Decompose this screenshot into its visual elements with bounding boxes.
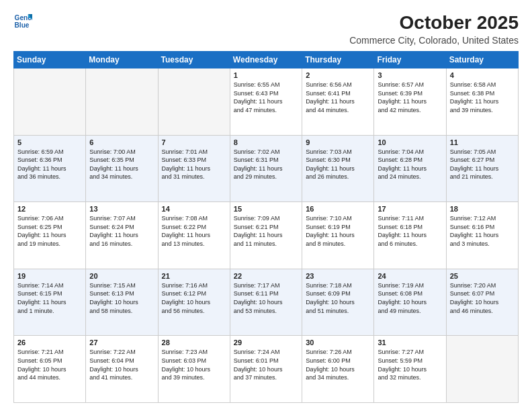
table-row — [86, 68, 158, 136]
day-info: Sunrise: 7:07 AM Sunset: 6:24 PM Dayligh… — [89, 214, 154, 248]
table-row: 6Sunrise: 7:00 AM Sunset: 6:35 PM Daylig… — [86, 135, 158, 202]
day-info: Sunrise: 7:03 AM Sunset: 6:30 PM Dayligh… — [306, 148, 370, 181]
day-info: Sunrise: 7:23 AM Sunset: 6:03 PM Dayligh… — [162, 348, 226, 381]
day-number: 28 — [162, 338, 226, 347]
calendar-header-row: Sunday Monday Tuesday Wednesday Thursday… — [14, 52, 519, 68]
day-number: 29 — [234, 338, 298, 347]
day-info: Sunrise: 7:18 AM Sunset: 6:09 PM Dayligh… — [306, 281, 370, 315]
day-info: Sunrise: 7:09 AM Sunset: 6:21 PM Dayligh… — [234, 214, 298, 248]
day-info: Sunrise: 7:22 AM Sunset: 6:04 PM Dayligh… — [89, 348, 154, 381]
day-number: 16 — [306, 205, 370, 213]
day-number: 17 — [378, 205, 442, 213]
day-info: Sunrise: 7:11 AM Sunset: 6:18 PM Dayligh… — [378, 214, 442, 248]
table-row: 25Sunrise: 7:20 AM Sunset: 6:07 PM Dayli… — [446, 269, 518, 336]
calendar-week-row: 12Sunrise: 7:06 AM Sunset: 6:25 PM Dayli… — [14, 202, 519, 269]
col-thursday: Thursday — [302, 52, 374, 68]
table-row: 19Sunrise: 7:14 AM Sunset: 6:15 PM Dayli… — [14, 269, 86, 336]
day-number: 10 — [378, 138, 442, 146]
day-number: 8 — [234, 138, 298, 146]
day-info: Sunrise: 7:02 AM Sunset: 6:31 PM Dayligh… — [234, 148, 298, 181]
day-info: Sunrise: 7:17 AM Sunset: 6:11 PM Dayligh… — [234, 281, 298, 315]
table-row: 21Sunrise: 7:16 AM Sunset: 6:12 PM Dayli… — [158, 269, 230, 336]
day-info: Sunrise: 7:21 AM Sunset: 6:05 PM Dayligh… — [17, 348, 82, 381]
table-row: 29Sunrise: 7:24 AM Sunset: 6:01 PM Dayli… — [230, 336, 302, 403]
day-info: Sunrise: 7:01 AM Sunset: 6:33 PM Dayligh… — [162, 148, 226, 181]
day-number: 13 — [89, 205, 154, 213]
day-info: Sunrise: 7:08 AM Sunset: 6:22 PM Dayligh… — [162, 214, 226, 248]
day-number: 26 — [17, 338, 82, 347]
table-row: 5Sunrise: 6:59 AM Sunset: 6:36 PM Daylig… — [14, 135, 86, 202]
day-number: 1 — [234, 71, 298, 79]
day-number: 4 — [450, 71, 515, 79]
table-row: 7Sunrise: 7:01 AM Sunset: 6:33 PM Daylig… — [158, 135, 230, 202]
table-row: 13Sunrise: 7:07 AM Sunset: 6:24 PM Dayli… — [86, 202, 158, 269]
day-number: 12 — [17, 205, 82, 213]
day-info: Sunrise: 6:59 AM Sunset: 6:36 PM Dayligh… — [17, 148, 82, 181]
table-row: 17Sunrise: 7:11 AM Sunset: 6:18 PM Dayli… — [374, 202, 446, 269]
table-row: 10Sunrise: 7:04 AM Sunset: 6:28 PM Dayli… — [374, 135, 446, 202]
day-number: 14 — [162, 205, 226, 213]
day-info: Sunrise: 7:00 AM Sunset: 6:35 PM Dayligh… — [89, 148, 154, 181]
day-number: 20 — [89, 272, 154, 280]
day-info: Sunrise: 7:27 AM Sunset: 5:59 PM Dayligh… — [378, 348, 442, 381]
day-number: 7 — [162, 138, 226, 146]
table-row: 24Sunrise: 7:19 AM Sunset: 6:08 PM Dayli… — [374, 269, 446, 336]
table-row: 20Sunrise: 7:15 AM Sunset: 6:13 PM Dayli… — [86, 269, 158, 336]
col-friday: Friday — [374, 52, 446, 68]
day-number: 24 — [378, 272, 442, 280]
table-row: 1Sunrise: 6:55 AM Sunset: 6:43 PM Daylig… — [230, 68, 302, 136]
table-row: 14Sunrise: 7:08 AM Sunset: 6:22 PM Dayli… — [158, 202, 230, 269]
day-info: Sunrise: 7:15 AM Sunset: 6:13 PM Dayligh… — [89, 281, 154, 315]
calendar-table: Sunday Monday Tuesday Wednesday Thursday… — [13, 51, 519, 403]
col-saturday: Saturday — [446, 52, 518, 68]
page: General Blue October 2025 Commerce City,… — [0, 0, 532, 411]
day-info: Sunrise: 7:10 AM Sunset: 6:19 PM Dayligh… — [306, 214, 370, 248]
day-info: Sunrise: 6:57 AM Sunset: 6:39 PM Dayligh… — [378, 81, 442, 114]
table-row: 4Sunrise: 6:58 AM Sunset: 6:38 PM Daylig… — [446, 68, 518, 136]
table-row: 30Sunrise: 7:26 AM Sunset: 6:00 PM Dayli… — [302, 336, 374, 403]
col-tuesday: Tuesday — [158, 52, 230, 68]
day-number: 3 — [378, 71, 442, 79]
svg-text:Blue: Blue — [15, 21, 30, 29]
table-row: 16Sunrise: 7:10 AM Sunset: 6:19 PM Dayli… — [302, 202, 374, 269]
day-info: Sunrise: 7:24 AM Sunset: 6:01 PM Dayligh… — [234, 348, 298, 381]
table-row: 28Sunrise: 7:23 AM Sunset: 6:03 PM Dayli… — [158, 336, 230, 403]
day-number: 31 — [378, 338, 442, 347]
day-info: Sunrise: 7:26 AM Sunset: 6:00 PM Dayligh… — [306, 348, 370, 381]
day-number: 18 — [450, 205, 515, 213]
day-number: 25 — [450, 272, 515, 280]
table-row: 8Sunrise: 7:02 AM Sunset: 6:31 PM Daylig… — [230, 135, 302, 202]
table-row: 18Sunrise: 7:12 AM Sunset: 6:16 PM Dayli… — [446, 202, 518, 269]
day-number: 21 — [162, 272, 226, 280]
day-info: Sunrise: 6:56 AM Sunset: 6:41 PM Dayligh… — [306, 81, 370, 114]
calendar-week-row: 1Sunrise: 6:55 AM Sunset: 6:43 PM Daylig… — [14, 68, 519, 136]
day-number: 27 — [89, 338, 154, 347]
col-monday: Monday — [86, 52, 158, 68]
calendar-week-row: 26Sunrise: 7:21 AM Sunset: 6:05 PM Dayli… — [14, 336, 519, 403]
day-info: Sunrise: 7:20 AM Sunset: 6:07 PM Dayligh… — [450, 281, 515, 315]
day-number: 11 — [450, 138, 515, 146]
day-number: 19 — [17, 272, 82, 280]
day-number: 6 — [89, 138, 154, 146]
day-number: 15 — [234, 205, 298, 213]
table-row: 23Sunrise: 7:18 AM Sunset: 6:09 PM Dayli… — [302, 269, 374, 336]
table-row — [158, 68, 230, 136]
day-number: 30 — [306, 338, 370, 347]
day-number: 22 — [234, 272, 298, 280]
col-sunday: Sunday — [14, 52, 86, 68]
logo-icon: General Blue — [13, 12, 32, 31]
day-info: Sunrise: 6:55 AM Sunset: 6:43 PM Dayligh… — [234, 81, 298, 114]
day-info: Sunrise: 7:19 AM Sunset: 6:08 PM Dayligh… — [378, 281, 442, 315]
table-row: 11Sunrise: 7:05 AM Sunset: 6:27 PM Dayli… — [446, 135, 518, 202]
day-info: Sunrise: 6:58 AM Sunset: 6:38 PM Dayligh… — [450, 81, 515, 114]
day-number: 5 — [17, 138, 82, 146]
table-row — [14, 68, 86, 136]
day-info: Sunrise: 7:16 AM Sunset: 6:12 PM Dayligh… — [162, 281, 226, 315]
table-row: 27Sunrise: 7:22 AM Sunset: 6:04 PM Dayli… — [86, 336, 158, 403]
table-row: 9Sunrise: 7:03 AM Sunset: 6:30 PM Daylig… — [302, 135, 374, 202]
table-row: 12Sunrise: 7:06 AM Sunset: 6:25 PM Dayli… — [14, 202, 86, 269]
title-block: October 2025 Commerce City, Colorado, Un… — [32, 12, 519, 46]
table-row: 22Sunrise: 7:17 AM Sunset: 6:11 PM Dayli… — [230, 269, 302, 336]
table-row: 2Sunrise: 6:56 AM Sunset: 6:41 PM Daylig… — [302, 68, 374, 136]
calendar-week-row: 19Sunrise: 7:14 AM Sunset: 6:15 PM Dayli… — [14, 269, 519, 336]
